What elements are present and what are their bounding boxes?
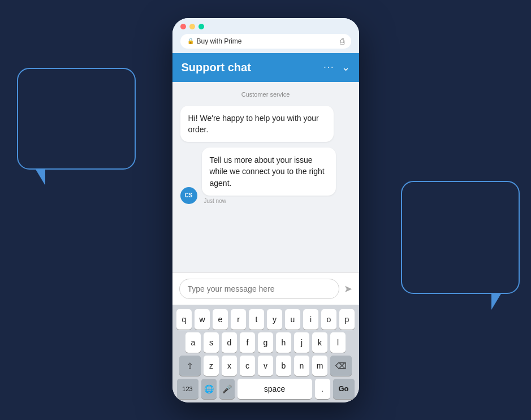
- keyboard-row-3: ⇧ z x c v b n m ⌫: [175, 356, 357, 376]
- chat-message-2: Tell us more about your issue while we c…: [202, 148, 336, 196]
- chat-message-1: Hi! We're happy to help you with your or…: [180, 106, 334, 142]
- key-m[interactable]: m: [312, 356, 327, 376]
- key-backspace[interactable]: ⌫: [330, 356, 352, 376]
- more-options-icon[interactable]: ···: [323, 62, 334, 72]
- key-g[interactable]: g: [258, 332, 273, 353]
- bubble-with-time: Tell us more about your issue while we c…: [202, 148, 351, 204]
- left-speech-bubble: [17, 68, 136, 170]
- key-l[interactable]: l: [330, 332, 346, 353]
- key-a[interactable]: a: [185, 332, 201, 353]
- key-p[interactable]: p: [339, 309, 355, 330]
- key-n[interactable]: n: [294, 356, 309, 376]
- keyboard-row-1: q w e r t y u i o p: [175, 309, 357, 330]
- key-c[interactable]: c: [240, 356, 255, 376]
- key-mic[interactable]: 🎤: [219, 379, 235, 399]
- dot-yellow: [189, 24, 195, 29]
- lock-icon: 🔒: [187, 38, 194, 44]
- key-r[interactable]: r: [231, 309, 246, 330]
- timestamp: Just now: [202, 198, 351, 204]
- share-icon[interactable]: ⎙: [340, 37, 344, 46]
- keyboard-row-2: a s d f g h j k l: [175, 332, 357, 353]
- key-j[interactable]: j: [294, 332, 309, 353]
- key-period[interactable]: .: [315, 379, 330, 399]
- keyboard-bottom-row: 123 🌐 🎤 space . Go: [175, 379, 357, 399]
- send-icon[interactable]: ➤: [344, 283, 352, 295]
- key-go[interactable]: Go: [333, 379, 355, 399]
- keyboard: q w e r t y u i o p a s d f g h j k l ⇧ …: [172, 305, 359, 402]
- key-f[interactable]: f: [240, 332, 255, 353]
- message-input[interactable]: [179, 279, 339, 299]
- key-k[interactable]: k: [312, 332, 327, 353]
- key-x[interactable]: x: [222, 356, 237, 376]
- input-area: ➤: [172, 272, 359, 305]
- key-space[interactable]: space: [238, 379, 312, 399]
- key-t[interactable]: t: [249, 309, 264, 330]
- right-speech-bubble: [401, 181, 520, 294]
- avatar: CS: [180, 187, 197, 204]
- key-globe[interactable]: 🌐: [201, 379, 217, 399]
- browser-bar: 🔒 Buy with Prime ⎙: [172, 18, 359, 53]
- key-d[interactable]: d: [222, 332, 237, 353]
- key-u[interactable]: u: [285, 309, 300, 330]
- chat-header-icons: ··· ⌄: [323, 61, 349, 73]
- key-o[interactable]: o: [321, 309, 336, 330]
- key-e[interactable]: e: [213, 309, 228, 330]
- key-shift[interactable]: ⇧: [179, 356, 201, 376]
- address-text: Buy with Prime: [197, 37, 242, 45]
- key-w[interactable]: w: [195, 309, 210, 330]
- key-i[interactable]: i: [303, 309, 318, 330]
- chevron-down-icon[interactable]: ⌄: [342, 61, 350, 73]
- phone-frame: 🔒 Buy with Prime ⎙ Support chat ··· ⌄ Cu…: [172, 18, 359, 402]
- message-row-2: CS Tell us more about your issue while w…: [180, 148, 351, 204]
- key-b[interactable]: b: [276, 356, 291, 376]
- key-q[interactable]: q: [176, 309, 192, 330]
- key-h[interactable]: h: [276, 332, 291, 353]
- address-bar[interactable]: 🔒 Buy with Prime ⎙: [180, 34, 351, 49]
- chat-body: Customer service Hi! We're happy to help…: [172, 82, 359, 272]
- key-y[interactable]: y: [267, 309, 282, 330]
- dot-green: [198, 24, 204, 29]
- chat-header: Support chat ··· ⌄: [172, 53, 359, 82]
- key-z[interactable]: z: [204, 356, 219, 376]
- dot-red: [180, 24, 186, 29]
- key-v[interactable]: v: [258, 356, 273, 376]
- key-s[interactable]: s: [204, 332, 219, 353]
- chat-title: Support chat: [182, 61, 251, 74]
- agent-label: Customer service: [180, 91, 351, 98]
- key-123[interactable]: 123: [177, 379, 198, 399]
- traffic-lights: [180, 24, 351, 29]
